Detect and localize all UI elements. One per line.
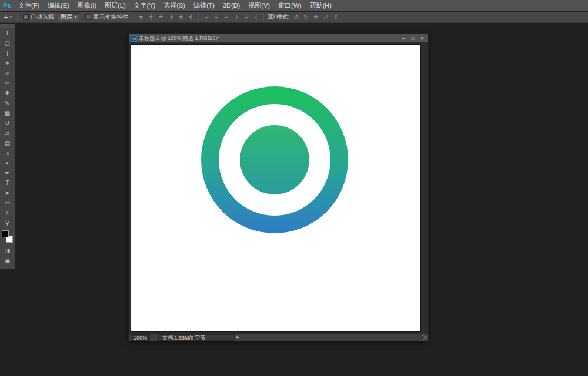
menu-3d[interactable]: 3D(D)	[219, 0, 244, 11]
menu-list: 文件(F)编辑(E)图像(I)图层(L)文字(Y)选择(S)滤镜(T)3D(D)…	[14, 0, 336, 11]
distribute-icon-group: ┬┼┴├┼┤	[202, 13, 260, 21]
zoom-level-field[interactable]: 100%	[131, 334, 150, 341]
tool-preset-caret-icon[interactable]: ▾	[9, 15, 14, 19]
close-button[interactable]: ✕	[417, 35, 427, 42]
distribute-bottom-edges-icon[interactable]: ┴	[222, 13, 230, 21]
minimize-button[interactable]: ─	[399, 35, 408, 42]
spot-healing-brush-tool[interactable]: ✚	[0, 88, 15, 98]
window-resize-grip[interactable]	[422, 334, 427, 340]
logo-white-gap	[219, 104, 330, 216]
blur-tool[interactable]: ◑	[0, 148, 15, 158]
3d-mode-label: 3D 模式:	[267, 13, 289, 21]
align-vertical-centers-icon[interactable]: ╂	[146, 13, 155, 21]
lasso-tool[interactable]: ʃ	[0, 48, 15, 58]
auto-select-checkbox[interactable]: ✓	[23, 14, 29, 20]
distribute-top-edges-icon[interactable]: ┬	[202, 13, 211, 21]
divider	[198, 13, 199, 21]
window-buttons: ─ □ ✕	[399, 35, 428, 42]
document-title-bar[interactable]: Ps 未标题-1 @ 100%(椭圆 1,RGB/8)* ─ □ ✕	[129, 34, 428, 43]
dodge-tool[interactable]: ◐	[0, 158, 15, 168]
path-selection-tool[interactable]: ➤	[0, 188, 15, 198]
distribute-right-edges-icon[interactable]: ┤	[252, 13, 260, 21]
clone-stamp-tool[interactable]: ▩	[0, 108, 15, 118]
toolbar-bottom-buttons: ◨▣	[0, 246, 15, 266]
menu-edit[interactable]: 编辑(E)	[44, 0, 74, 11]
hand-tool[interactable]: ✌	[0, 208, 15, 218]
3d-mode-icon-group: ↺↻✥⇄⇕	[292, 13, 340, 21]
photoshop-logo: Ps	[0, 2, 14, 9]
quick-selection-tool[interactable]: ✶	[0, 58, 15, 68]
menu-window[interactable]: 窗口(W)	[274, 0, 306, 11]
show-transform-checkbox[interactable]	[85, 14, 91, 20]
divider	[263, 13, 264, 21]
document-status-bar: 100% 文档:1.83M/0 字节 ▶	[129, 333, 428, 341]
menu-help[interactable]: 帮助(H)	[306, 0, 336, 11]
document-title: 未标题-1 @ 100%(椭圆 1,RGB/8)*	[139, 35, 399, 42]
history-brush-tool[interactable]: ↺	[0, 118, 15, 128]
3d-rotate-icon[interactable]: ↺	[292, 13, 300, 21]
crop-tool[interactable]: ⌗	[0, 68, 15, 78]
tool-list: ✛▢ʃ✶⌗✑✚✎▩↺▱▤◑◐✒T➤▭✌⚲	[0, 28, 15, 228]
rectangular-marquee-tool[interactable]: ▢	[0, 38, 15, 48]
3d-slide-icon[interactable]: ⇄	[322, 13, 330, 21]
menu-layer[interactable]: 图层(L)	[101, 0, 129, 11]
document-size-info: 文档:1.83M/0 字节	[158, 334, 235, 341]
foreground-color-swatch[interactable]	[2, 230, 9, 237]
menu-filter[interactable]: 滤镜(T)	[189, 0, 219, 11]
move-tool-preset-icon[interactable]: ✛	[0, 14, 9, 21]
status-flyout-arrow-icon[interactable]: ▶	[236, 335, 239, 340]
brush-tool[interactable]: ✎	[0, 98, 15, 108]
align-bottom-edges-icon[interactable]: ┻	[156, 13, 165, 21]
menu-type[interactable]: 文字(Y)	[130, 0, 160, 11]
rectangle-tool[interactable]: ▭	[0, 198, 15, 208]
maximize-button[interactable]: □	[408, 35, 417, 42]
screen-mode-button[interactable]: ▣	[0, 256, 15, 266]
eraser-tool[interactable]: ▱	[0, 128, 15, 138]
color-swatches	[0, 229, 15, 246]
eyedropper-tool[interactable]: ✑	[0, 78, 15, 88]
document-icon: Ps	[131, 35, 137, 42]
menu-bar: Ps 文件(F)编辑(E)图像(I)图层(L)文字(Y)选择(S)滤镜(T)3D…	[0, 0, 588, 11]
auto-select-label: 自动选择:	[31, 13, 56, 21]
chevron-down-icon: ▾	[75, 15, 77, 19]
pen-tool[interactable]: ✒	[0, 168, 15, 178]
zoom-tool[interactable]: ⚲	[0, 218, 15, 228]
align-top-edges-icon[interactable]: ┳	[136, 13, 145, 21]
align-left-edges-icon[interactable]: ┣	[166, 13, 175, 21]
menu-image[interactable]: 图像(I)	[74, 0, 101, 11]
logo-inner-circle	[240, 125, 309, 194]
distribute-vertical-centers-icon[interactable]: ┼	[212, 13, 220, 21]
divider	[133, 13, 133, 21]
3d-scale-icon[interactable]: ⇕	[332, 13, 340, 21]
auto-select-target-dropdown[interactable]: 图层 ▾	[58, 13, 80, 21]
document-content-area	[129, 43, 428, 333]
align-horizontal-centers-icon[interactable]: ╋	[176, 13, 185, 21]
align-icon-group: ┳╂┻┣╋┫	[136, 13, 195, 21]
document-window: Ps 未标题-1 @ 100%(椭圆 1,RGB/8)* ─ □ ✕	[128, 33, 429, 341]
distribute-horizontal-centers-icon[interactable]: ┼	[242, 13, 250, 21]
menu-view[interactable]: 视图(V)	[244, 0, 274, 11]
move-tool[interactable]: ✛	[0, 28, 15, 38]
align-right-edges-icon[interactable]: ┫	[186, 13, 195, 21]
menu-select[interactable]: 选择(S)	[159, 0, 189, 11]
show-transform-label: 显示变换控件	[93, 13, 128, 21]
3d-drag-icon[interactable]: ✥	[312, 13, 320, 21]
workspace: Ps 未标题-1 @ 100%(椭圆 1,RGB/8)* ─ □ ✕	[0, 24, 588, 376]
horizontal-type-tool[interactable]: T	[0, 178, 15, 188]
toolbar-collapse-strip[interactable]	[0, 24, 15, 28]
edit-in-quick-mask-button[interactable]: ◨	[0, 246, 15, 256]
gradient-tool[interactable]: ▤	[0, 138, 15, 148]
auto-select-target-value: 图层	[61, 13, 72, 21]
divider	[17, 13, 18, 21]
3d-roll-icon[interactable]: ↻	[302, 13, 310, 21]
menu-file[interactable]: 文件(F)	[14, 0, 44, 11]
options-bar: ✛ ▾ ✓ 自动选择: 图层 ▾ 显示变换控件 ┳╂┻┣╋┫ ┬┼┴├┼┤ 3D…	[0, 12, 588, 23]
tool-bar: ✛▢ʃ✶⌗✑✚✎▩↺▱▤◑◐✒T➤▭✌⚲ ◨▣	[0, 24, 15, 269]
distribute-left-edges-icon[interactable]: ├	[232, 13, 240, 21]
logo-outer-ring	[201, 86, 348, 233]
canvas[interactable]	[131, 45, 420, 331]
